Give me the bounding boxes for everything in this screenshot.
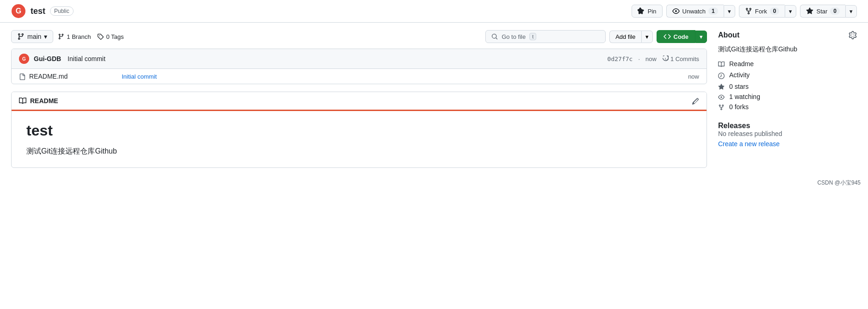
search-placeholder: Go to file <box>502 33 526 40</box>
svg-text:G: G <box>22 56 26 62</box>
branches-link[interactable]: 1 Branch <box>58 33 91 40</box>
readme-link[interactable]: Readme <box>718 60 857 68</box>
file-table: G Gui-GDB Initial commit 0d27f7c · now 1… <box>11 49 707 84</box>
commits-count: 1 Commits <box>670 56 699 62</box>
branch-selector[interactable]: main ▾ <box>11 30 53 43</box>
unwatch-label: Unwatch <box>682 8 706 15</box>
file-time: now <box>688 73 699 80</box>
star-dropdown[interactable]: ▾ <box>845 5 857 18</box>
star-icon <box>806 7 813 15</box>
unwatch-count: 1 <box>708 7 718 15</box>
watermark: CSDN @小宝945 <box>0 175 868 191</box>
code-dropdown[interactable]: ▾ <box>695 31 707 43</box>
repo-content: main ▾ 1 Branch 0 Tags <box>11 30 707 168</box>
sidebar: About 测试Git连接远程仓库Github Readme Activity <box>718 30 857 168</box>
github-logo: G <box>11 4 26 19</box>
activity-link-icon <box>718 71 725 79</box>
file-icon <box>19 73 25 80</box>
top-bar: G test Public Pin Unwatch 1 ▾ Fork 0 ▾ <box>0 0 868 23</box>
add-file-button[interactable]: Add file <box>609 31 641 43</box>
book-icon <box>19 97 26 105</box>
forks-count: 0 forks <box>729 103 749 111</box>
goto-file-search[interactable]: Go to file t <box>485 30 606 43</box>
current-branch: main <box>27 33 41 40</box>
main-content: main ▾ 1 Branch 0 Tags <box>0 23 868 175</box>
sidebar-stats: 0 stars 1 watching 0 forks <box>718 83 857 111</box>
forks-stat[interactable]: 0 forks <box>718 103 857 111</box>
branch-icon <box>17 33 25 40</box>
tag-icon <box>97 33 104 40</box>
code-split: Code ▾ <box>657 30 707 43</box>
commit-hash[interactable]: 0d27f7c <box>608 56 633 62</box>
stars-stat[interactable]: 0 stars <box>718 83 857 90</box>
fork-split: Fork 0 ▾ <box>739 5 797 18</box>
add-file-dropdown[interactable]: ▾ <box>641 31 653 43</box>
fork-label: Fork <box>755 8 767 15</box>
pin-icon <box>638 7 645 15</box>
table-row: README.md Initial commit now <box>12 69 707 84</box>
pin-label: Pin <box>648 8 657 15</box>
star-button[interactable]: Star 0 <box>800 5 845 18</box>
code-button[interactable]: Code <box>657 30 696 43</box>
fork-dropdown[interactable]: ▾ <box>785 5 796 18</box>
commit-time: · <box>638 56 640 62</box>
tags-count-label: 0 Tags <box>106 33 124 40</box>
branch-bar-left: main ▾ 1 Branch 0 Tags <box>11 30 124 43</box>
commit-author[interactable]: Gui-GDB <box>34 55 61 62</box>
star-split: Star 0 ▾ <box>800 5 857 18</box>
stars-icon <box>718 83 725 90</box>
readme-label: README <box>30 97 58 105</box>
commit-time-ago: now <box>645 56 657 62</box>
branches-count-label: 1 Branch <box>67 33 91 40</box>
watching-stat[interactable]: 1 watching <box>718 93 857 100</box>
readme-edit-icon[interactable] <box>692 97 699 105</box>
fork-button[interactable]: Fork 0 <box>739 5 785 18</box>
unwatch-button[interactable]: Unwatch 1 <box>666 5 724 18</box>
branch-chevron: ▾ <box>44 33 47 40</box>
about-header: About <box>718 30 857 40</box>
forks-icon <box>718 103 725 111</box>
readme-content: test 测试Git连接远程仓库Github <box>12 111 707 167</box>
watching-icon <box>718 93 725 100</box>
watermark-text: CSDN @小宝945 <box>817 179 861 186</box>
fork-icon <box>745 7 752 15</box>
activity-link[interactable]: Activity <box>718 71 857 79</box>
readme-project-name: test <box>26 122 692 139</box>
branch-bar-right: Go to file t Add file ▾ Code ▾ <box>485 30 707 43</box>
commit-row-right: 0d27f7c · now 1 Commits <box>608 56 699 62</box>
star-count: 0 <box>830 7 840 15</box>
branch-meta: 1 Branch 0 Tags <box>58 33 124 40</box>
svg-text:G: G <box>16 7 21 15</box>
releases-title: Releases <box>718 122 750 130</box>
history-icon <box>662 56 669 62</box>
commit-message[interactable]: Initial commit <box>68 55 105 62</box>
readme-link-label: Readme <box>729 60 754 68</box>
create-release-link[interactable]: Create a new release <box>718 140 780 148</box>
repo-name[interactable]: test <box>31 6 45 16</box>
code-label: Code <box>674 33 689 40</box>
readme-header: README <box>12 92 707 111</box>
settings-icon[interactable] <box>849 30 857 40</box>
about-description: 测试Git连接远程仓库Github <box>718 45 857 54</box>
add-file-split: Add file ▾ <box>609 31 652 43</box>
book-link-icon <box>718 60 725 68</box>
unwatch-dropdown[interactable]: ▾ <box>724 5 735 18</box>
tags-link[interactable]: 0 Tags <box>97 33 124 40</box>
add-file-label: Add file <box>615 33 635 40</box>
visibility-badge: Public <box>50 6 74 16</box>
watching-count: 1 watching <box>729 93 760 100</box>
eye-icon <box>672 7 680 15</box>
file-commit-message[interactable]: Initial commit <box>122 73 688 80</box>
author-avatar: G <box>19 54 29 64</box>
file-name[interactable]: README.md <box>29 73 122 80</box>
releases-section: Releases No releases published Create a … <box>718 122 857 148</box>
commit-row-left: G Gui-GDB Initial commit <box>19 54 105 64</box>
readme-description: 测试Git连接远程仓库Github <box>26 147 692 156</box>
no-releases-text: No releases published <box>718 130 857 137</box>
stars-count: 0 stars <box>729 83 749 90</box>
repo-identity: G test Public <box>11 4 74 19</box>
search-shortcut: t <box>529 33 536 40</box>
commits-history-link[interactable]: 1 Commits <box>662 56 699 62</box>
search-icon <box>491 33 498 40</box>
pin-button[interactable]: Pin <box>632 5 663 18</box>
